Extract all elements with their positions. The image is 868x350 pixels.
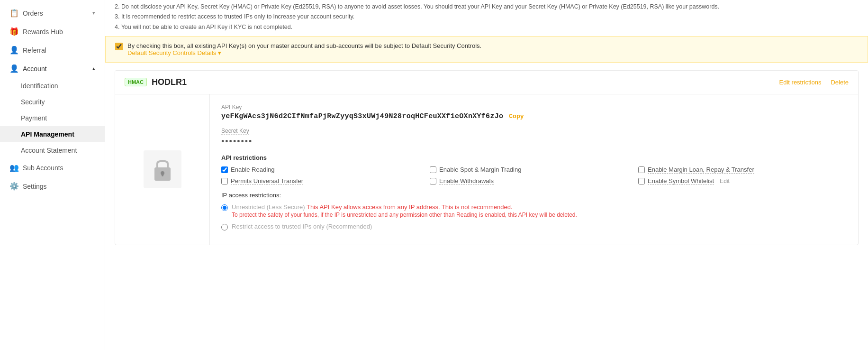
sidebar-sub-label: Account Statement — [21, 147, 77, 154]
sidebar-item-rewards-hub[interactable]: 🎁 Rewards Hub — [0, 22, 105, 41]
restriction-enable-withdrawals: Enable Withdrawals — [430, 177, 638, 185]
symbol-whitelist-edit-button[interactable]: Edit — [720, 178, 730, 184]
info-line-4: 4. You will not be able to create an API… — [115, 22, 859, 32]
sidebar-item-security[interactable]: Security — [0, 94, 105, 110]
secret-key-value: •••••••• — [221, 137, 847, 147]
sidebar-sub-label: Security — [21, 98, 45, 106]
sub-accounts-icon: 👥 — [9, 163, 19, 172]
api-key-value: yeFKgWAcs3jN6d2CIfNmfaPjRwZyyqS3xUWj49N2… — [221, 112, 503, 120]
api-card-lock-area — [115, 94, 210, 245]
restriction-label: Enable Withdrawals — [439, 177, 494, 185]
api-card-body: API Key yeFKgWAcs3jN6d2CIfNmfaPjRwZyyqS3… — [115, 94, 858, 245]
sidebar-item-label: Orders — [23, 9, 43, 17]
permits-universal-checkbox[interactable] — [221, 178, 228, 184]
restriction-label: Enable Reading — [231, 166, 275, 173]
default-security-checkbox[interactable] — [115, 43, 123, 50]
sidebar-item-account-statement[interactable]: Account Statement — [0, 142, 105, 158]
settings-icon: ⚙️ — [9, 182, 19, 191]
restriction-label: Enable Spot & Margin Trading — [439, 166, 521, 173]
chevron-down-icon: ▾ — [92, 10, 95, 16]
account-icon: 👤 — [9, 64, 19, 73]
sidebar: 📋 Orders ▾ 🎁 Rewards Hub 👤 Referral 👤 Ac… — [0, 0, 105, 350]
info-line-2: 2. Do not disclose your API Key, Secret … — [115, 2, 859, 12]
restriction-label: Enable Symbol Whitelist — [648, 177, 714, 185]
delete-button[interactable]: Delete — [831, 79, 849, 86]
lock-icon-container — [144, 150, 181, 188]
restriction-margin-loan: Enable Margin Loan, Repay & Transfer — [638, 166, 847, 174]
unrestricted-warning-text: This API Key allows access from any IP a… — [307, 203, 512, 211]
secret-key-label: Secret Key — [221, 128, 249, 135]
restriction-enable-reading: Enable Reading — [221, 166, 430, 174]
ip-option-restrict-trusted: Restrict access to trusted IPs only (Rec… — [221, 223, 847, 230]
ip-option-unrestricted: Unrestricted (Less Secure) This API Key … — [221, 203, 847, 218]
hmac-badge: HMAC — [125, 78, 147, 86]
api-card-name: HODLR1 — [152, 77, 187, 87]
sidebar-item-settings[interactable]: ⚙️ Settings — [0, 177, 105, 195]
restriction-permits-universal: Permits Universal Transfer — [221, 177, 430, 185]
restriction-label: Permits Universal Transfer — [231, 177, 303, 185]
ip-option-unrestricted-content: Unrestricted (Less Secure) This API Key … — [232, 203, 577, 218]
sidebar-item-sub-accounts[interactable]: 👥 Sub Accounts — [0, 158, 105, 177]
sidebar-item-label: Referral — [23, 46, 46, 54]
api-card-header: HMAC HODLR1 Edit restrictions Delete — [115, 71, 858, 94]
unrestricted-radio[interactable] — [221, 204, 228, 211]
restriction-spot-margin: Enable Spot & Margin Trading — [430, 166, 638, 174]
ip-restrictions-section: IP access restrictions: Unrestricted (Le… — [221, 192, 847, 230]
margin-loan-checkbox[interactable] — [638, 166, 645, 173]
restriction-label: Enable Margin Loan, Repay & Transfer — [648, 166, 754, 174]
ip-restrictions-title: IP access restrictions: — [221, 192, 847, 199]
default-security-controls-link[interactable]: Default Security Controls Details ▾ — [127, 49, 221, 56]
api-restrictions-section: API restrictions Enable Reading Enable S… — [221, 154, 847, 185]
unrestricted-label: Unrestricted (Less Secure) — [232, 203, 307, 211]
sidebar-item-payment[interactable]: Payment — [0, 110, 105, 126]
api-card-actions: Edit restrictions Delete — [779, 79, 849, 86]
lock-icon — [151, 155, 174, 184]
main-content: 2. Do not disclose your API Key, Secret … — [105, 0, 868, 350]
api-card-title: HMAC HODLR1 — [125, 77, 187, 87]
warning-banner: By checking this box, all existing API K… — [105, 36, 868, 63]
restrict-trusted-label: Restrict access to trusted IPs only (Rec… — [232, 223, 372, 230]
restriction-symbol-whitelist: Enable Symbol Whitelist Edit — [638, 177, 847, 185]
restrictions-grid: Enable Reading Enable Spot & Margin Trad… — [221, 166, 847, 185]
api-card: HMAC HODLR1 Edit restrictions Delete — [115, 70, 859, 245]
unrestricted-warning-detail: To protect the safety of your funds, if … — [232, 212, 577, 218]
sidebar-item-label: Account — [23, 65, 47, 73]
restrict-trusted-radio[interactable] — [221, 224, 228, 230]
api-key-label: API Key — [221, 104, 847, 111]
orders-icon: 📋 — [9, 9, 19, 18]
sidebar-item-referral[interactable]: 👤 Referral — [0, 41, 105, 59]
svg-rect-2 — [162, 173, 163, 176]
sidebar-sub-label: Identification — [21, 82, 58, 90]
sidebar-item-orders[interactable]: 📋 Orders ▾ — [0, 4, 105, 22]
symbol-whitelist-checkbox[interactable] — [638, 178, 645, 184]
warning-banner-text: By checking this box, all existing API K… — [127, 42, 481, 49]
info-lines: 2. Do not disclose your API Key, Secret … — [105, 0, 868, 36]
api-key-value-row: yeFKgWAcs3jN6d2CIfNmfaPjRwZyyqS3xUWj49N2… — [221, 112, 847, 120]
sidebar-item-label: Rewards Hub — [23, 28, 63, 36]
sidebar-sub-label: API Management — [21, 130, 74, 138]
chevron-up-icon: ▴ — [92, 65, 95, 72]
sidebar-item-account[interactable]: 👤 Account ▴ — [0, 59, 105, 78]
sidebar-item-identification[interactable]: Identification — [0, 78, 105, 94]
api-details: API Key yeFKgWAcs3jN6d2CIfNmfaPjRwZyyqS3… — [210, 94, 858, 245]
info-line-3: 3. It is recommended to restrict access … — [115, 12, 859, 22]
referral-icon: 👤 — [9, 46, 19, 55]
copy-button[interactable]: Copy — [509, 113, 524, 120]
enable-withdrawals-checkbox[interactable] — [430, 178, 436, 184]
sidebar-sub-label: Payment — [21, 114, 47, 122]
sidebar-item-label: Sub Accounts — [23, 164, 63, 172]
sidebar-item-label: Settings — [23, 183, 47, 190]
sidebar-item-api-management[interactable]: API Management — [0, 126, 105, 142]
rewards-icon: 🎁 — [9, 27, 19, 36]
spot-margin-checkbox[interactable] — [430, 166, 436, 173]
restrictions-title: API restrictions — [221, 154, 847, 161]
edit-restrictions-button[interactable]: Edit restrictions — [779, 79, 822, 86]
enable-reading-checkbox[interactable] — [221, 166, 228, 173]
